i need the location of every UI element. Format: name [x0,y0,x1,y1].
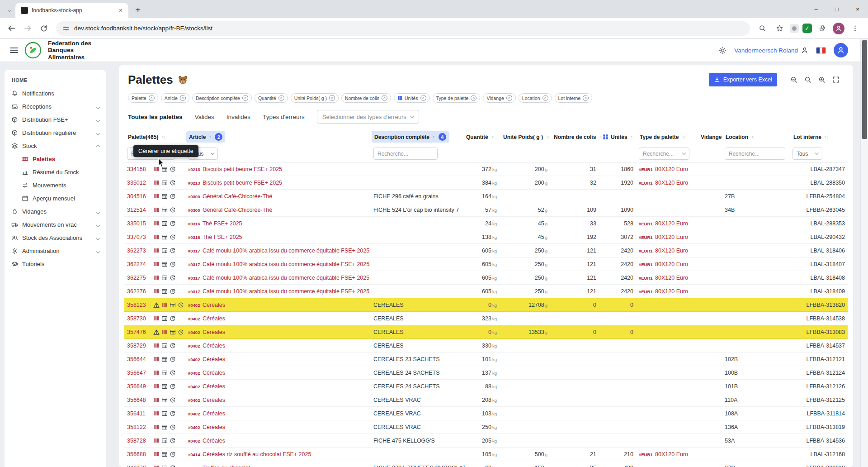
sidebar-item-resume-du-stock[interactable]: Résumé du Stock [5,166,106,179]
packages-grid-icon[interactable] [161,451,168,457]
palette-number[interactable]: 312514 [127,207,151,213]
history-icon[interactable] [170,288,176,295]
packages-grid-icon[interactable] [161,383,168,390]
tab-invalides[interactable]: Invalides [226,114,250,120]
language-flag-fr-icon[interactable] [816,47,826,54]
packages-grid-icon[interactable] [170,302,176,308]
filter-chip-nombre-de-colis[interactable]: Nombre de colis × [341,93,391,103]
palette-number[interactable]: 356649 [127,383,151,390]
palette-number[interactable]: 358728 [127,438,151,444]
scrollbar-thumb[interactable] [862,40,867,139]
palette-number[interactable]: 362276 [127,288,151,295]
chip-remove-icon[interactable]: × [382,95,387,101]
article-link[interactable]: Thé FSE+ 2025 [201,220,242,227]
chip-remove-icon[interactable]: × [242,95,248,101]
column-header-lot-interne[interactable]: Lot interne↑↓ [790,129,848,145]
palette-number[interactable]: 356688 [127,451,151,457]
article-link[interactable]: Céréales riz soufflé au chocolat FSE+ 20… [201,451,311,457]
palette-number[interactable]: 358729 [127,343,151,349]
bookmark-star-icon[interactable] [773,22,786,35]
back-icon[interactable] [5,22,18,35]
generate-label-barcode-icon[interactable] [153,315,160,322]
type-palette-filter-select[interactable]: Recherche... [639,148,689,160]
history-icon[interactable] [170,410,176,417]
search-lens-icon[interactable] [755,22,769,35]
palette-number[interactable]: 334158 [127,166,151,172]
palette-number[interactable]: 356411 [127,410,151,417]
article-link[interactable]: Céréales [201,410,225,417]
packages-grid-icon[interactable] [161,207,168,213]
sort-icon[interactable]: ↑↓ [825,135,828,139]
chip-remove-icon[interactable]: × [278,95,284,101]
article-link[interactable]: Céréales [201,302,225,308]
sidebar-item-administration[interactable]: Administration [5,244,106,257]
history-icon[interactable] [170,261,176,267]
user-menu[interactable]: Vandermeersch Roland [734,47,808,54]
palette-number[interactable]: 356648 [127,397,151,403]
article-link[interactable]: Café moulu 100% arabica issu du commerce… [201,261,369,267]
generate-label-barcode-icon[interactable] [153,179,160,186]
generate-label-barcode-icon[interactable] [161,329,168,335]
article-link[interactable]: Biscuits petit beurre FSE+ 2025 [201,180,282,186]
packages-grid-icon[interactable] [161,343,168,349]
packages-grid-icon[interactable] [161,424,168,430]
packages-grid-icon[interactable] [161,410,168,417]
palette-number[interactable]: 362274 [127,261,151,267]
history-icon[interactable] [170,424,176,430]
forward-icon[interactable] [21,22,34,35]
article-link[interactable]: Biscuits petit beurre FSE+ 2025 [201,166,282,172]
palette-number[interactable]: 358122 [127,424,151,430]
chip-remove-icon[interactable]: × [420,95,426,101]
app-avatar-button[interactable] [834,43,848,57]
generate-label-barcode-icon[interactable] [153,464,160,467]
generate-label-barcode-icon[interactable] [153,206,160,213]
chip-remove-icon[interactable]: × [149,95,155,101]
column-header-description-complete[interactable]: Description complète↑ 4 [371,129,462,145]
tab-toutes-les-palettes[interactable]: Toutes les palettes [128,114,183,120]
column-header-nombre-de-colis[interactable]: Nombre de colis↑↓ [550,129,599,145]
reload-icon[interactable] [37,22,51,35]
generate-label-barcode-icon[interactable] [153,424,160,430]
column-header-vidange[interactable]: Vidange↑↓ [697,129,722,145]
column-header-palette-465[interactable]: Palette(465)↑↓ [124,129,185,145]
column-header-article[interactable]: Article↑ 2 [185,129,371,145]
generate-label-barcode-icon[interactable] [153,288,160,295]
article-link[interactable]: Café moulu 100% arabica issu du commerce… [201,248,369,254]
article-link[interactable]: Céréales [201,438,225,444]
filter-chip-location[interactable]: Location × [519,93,552,103]
sort-icon[interactable]: ↑↓ [682,135,685,139]
packages-grid-icon[interactable] [161,261,168,267]
site-settings-icon[interactable] [62,25,70,32]
sort-icon[interactable]: ↑↓ [546,135,549,139]
tab-types-d-erreurs[interactable]: Types d'erreurs [263,114,305,120]
packages-grid-icon[interactable] [161,275,168,281]
generate-label-barcode-icon[interactable] [153,451,160,457]
chip-remove-icon[interactable]: × [471,95,476,101]
packages-grid-icon[interactable] [161,220,168,227]
article-link[interactable]: Céréales [201,397,225,403]
sidebar-item-distribution-fse[interactable]: Distribution FSE+ [5,113,106,126]
packages-grid-icon[interactable] [161,234,168,240]
browser-profile-avatar[interactable] [833,23,844,34]
sort-icon[interactable]: ↑↓ [161,135,165,139]
history-icon[interactable] [170,166,176,172]
generate-label-barcode-icon[interactable] [153,396,160,403]
article-link[interactable]: Thé FSE+ 2025 [201,234,242,240]
browser-menu-kebab-icon[interactable] [848,22,862,35]
history-icon[interactable] [170,383,176,390]
article-link[interactable]: Céréales [201,315,225,322]
column-header-location[interactable]: Location↑↓ [722,129,790,145]
article-link[interactable]: Céréales [201,329,225,335]
article-link[interactable]: Céréales [201,343,225,349]
lot-interne-filter-select[interactable]: Tous [793,148,822,160]
filter-chip-palette[interactable]: Palette × [128,93,158,103]
chip-remove-icon[interactable]: × [583,95,589,101]
packages-grid-icon[interactable] [161,193,168,200]
history-icon[interactable] [170,343,176,349]
article-link[interactable]: Céréales [201,383,225,390]
tab-valides[interactable]: Valides [195,114,214,120]
history-icon[interactable] [178,329,184,335]
history-icon[interactable] [178,302,184,308]
chip-remove-icon[interactable]: × [542,95,548,101]
generate-label-barcode-icon[interactable] [153,261,160,267]
